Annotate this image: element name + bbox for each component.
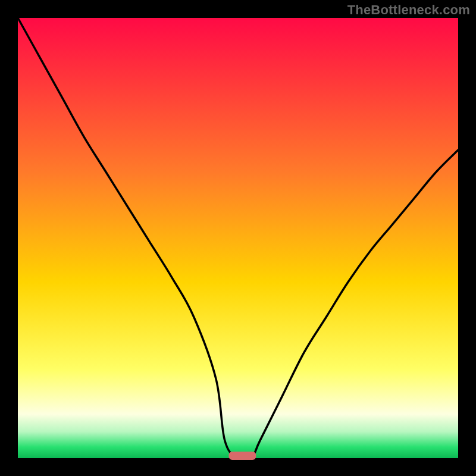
chart-frame: TheBottleneck.com [0,0,476,476]
minimum-marker [228,452,256,460]
plot-area [18,18,458,458]
bottleneck-chart [0,0,476,476]
